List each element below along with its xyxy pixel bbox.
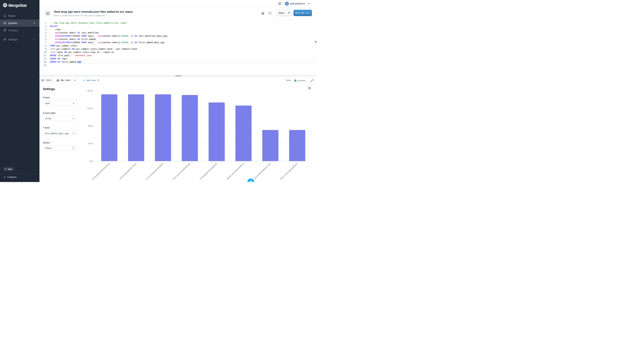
svg-text:github.com/mergestat/docs: github.com/mergestat/docs (226, 162, 244, 180)
svg-text:40.00: 40.00 (88, 142, 93, 145)
svg-text:github.com/mergestat/mergestat: github.com/mergestat/mergestat-lite (194, 162, 218, 180)
svg-text:160.00: 160.00 (87, 90, 93, 92)
svg-text:github.com/mergestat/blocks: github.com/mergestat/blocks (279, 162, 298, 180)
svg-text:github.com/mergestat/blocks-ne: github.com/mergestat/blocks-next (249, 162, 271, 180)
svg-text:github.com/mergestat/mergestat: github.com/mergestat/mergestat (142, 162, 164, 180)
svg-text:github.com/mergestat/helm-char: github.com/mergestat/helm-charts (114, 162, 137, 180)
svg-text:0.00: 0.00 (89, 160, 93, 162)
svg-text:github.com/mergestat/deploymen: github.com/mergestat/deployments (87, 162, 110, 180)
svg-text:120.00: 120.00 (87, 108, 93, 110)
svg-text:github.com/mergestat/gitutils: github.com/mergestat/gitutils (172, 162, 191, 180)
svg-text:80.00: 80.00 (88, 125, 93, 127)
